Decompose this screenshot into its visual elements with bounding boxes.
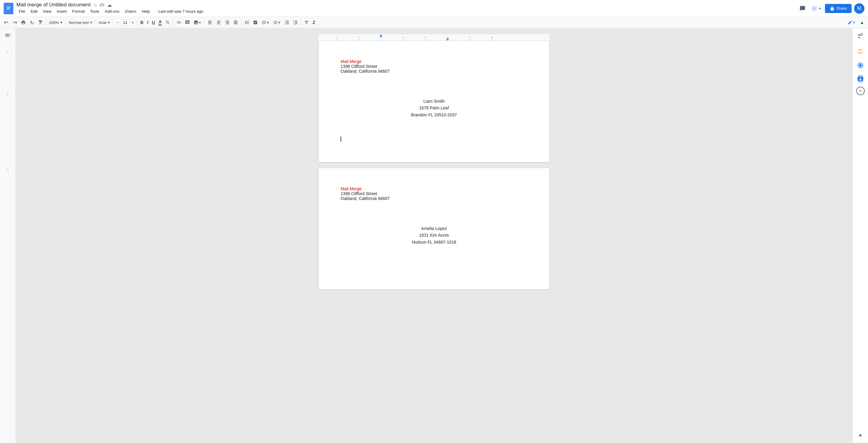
font-value: Arial (99, 20, 106, 25)
divider-4 (113, 19, 113, 26)
style-select[interactable]: Normal text ▼ (67, 20, 94, 26)
divider-9 (301, 19, 301, 26)
redo-button[interactable] (11, 19, 19, 26)
menu-format[interactable]: Format (70, 8, 87, 15)
align-center-button[interactable] (215, 19, 223, 26)
bullet-list-button[interactable]: ▼ (260, 19, 271, 26)
history-button[interactable]: ⟳ ▼ (810, 4, 823, 13)
zoom-value: 100% (49, 20, 59, 25)
indent-decrease-button[interactable] (283, 19, 291, 26)
underline-button[interactable]: U (150, 19, 156, 26)
font-chevron: ▼ (107, 21, 111, 24)
sender-name-1: Mail Merge (341, 59, 527, 64)
indent-increase-button[interactable] (291, 19, 299, 26)
recipient-name-1: Liam Smith (341, 98, 527, 105)
top-right: ⟳ ▼ Share M (797, 3, 864, 14)
font-size-area: − + (115, 19, 135, 26)
svg-text:6: 6 (447, 36, 448, 39)
checklist-button[interactable] (251, 19, 259, 26)
svg-text:8: 8 (491, 36, 493, 39)
align-left-button[interactable] (206, 19, 214, 26)
keep-icon[interactable] (855, 47, 866, 58)
avatar[interactable]: M (854, 3, 864, 14)
line-spacing-button[interactable] (243, 19, 251, 26)
style-chevron: ▼ (90, 21, 93, 24)
svg-rect-1 (7, 7, 10, 7)
font-size-decrease[interactable]: − (115, 19, 120, 26)
undo-button[interactable] (2, 19, 10, 26)
star-icon[interactable]: ☆ (93, 2, 97, 8)
comments-button[interactable] (797, 3, 808, 14)
svg-text:4: 4 (403, 36, 404, 39)
page-2[interactable]: Mail Merge 1398 Clifford Street Oakland,… (319, 168, 549, 289)
menu-zotero[interactable]: Zotero (123, 8, 139, 15)
font-size-increase[interactable]: + (130, 19, 135, 26)
cloud-icon[interactable]: ☁ (107, 2, 112, 8)
main-layout: 1 2 3 1 2 3 4 5 6 7 (0, 28, 868, 443)
sender-address1-1: 1398 Clifford Street (341, 64, 527, 69)
align-justify-button[interactable] (232, 19, 240, 26)
toolbar-collapse-button[interactable]: ▲ (858, 19, 866, 26)
recipient-address2-1: Brandon FL 33510-2037 (341, 111, 527, 118)
menu-tools[interactable]: Tools (88, 8, 102, 15)
menu-insert[interactable]: Insert (54, 8, 69, 15)
link-button[interactable] (175, 19, 183, 26)
font-size-input[interactable] (121, 20, 130, 26)
ruler-num-3: 3 (7, 167, 8, 173)
ruler-num-2: 2 (7, 92, 8, 98)
italic-button[interactable]: I (146, 19, 150, 26)
sender-name-2: Mail Merge (341, 186, 527, 191)
toolbar: 100% ▼ Normal text ▼ Arial ▼ − + B I U A… (0, 17, 868, 28)
menu-file[interactable]: File (17, 8, 28, 15)
recipient-block-2: Amelia Lopez 1831 Kim Acres Hudson FL 34… (341, 225, 527, 245)
spell-button[interactable]: Z (311, 19, 317, 26)
clear-format-button[interactable] (303, 19, 311, 26)
text-cursor-1 (341, 136, 341, 142)
paint-format-button[interactable] (36, 19, 44, 26)
tasks-icon[interactable] (855, 60, 866, 71)
image-button[interactable]: ▼ (192, 19, 203, 26)
zoom-select[interactable]: 100% ▼ (48, 20, 64, 26)
menu-edit[interactable]: Edit (28, 8, 40, 15)
add-apps-button[interactable]: + (856, 87, 865, 95)
highlight-button[interactable] (164, 19, 172, 26)
ruler: 1 2 3 4 5 6 7 8 (319, 34, 549, 41)
print-button[interactable] (20, 19, 27, 26)
menu-view[interactable]: View (40, 8, 54, 15)
doc-area[interactable]: 1 2 3 4 5 6 7 8 (16, 28, 852, 443)
svg-text:7: 7 (469, 36, 471, 39)
menu-bar: File Edit View Insert Format Tools Add-o… (17, 8, 794, 15)
align-right-button[interactable] (223, 19, 231, 26)
expand-button[interactable] (858, 433, 863, 441)
sender-address2-1: Oakland, California 94607 (341, 69, 527, 74)
contacts-icon[interactable] (855, 73, 866, 84)
folder-icon[interactable]: 🗁 (100, 2, 105, 8)
last-edit-text: Last edit was 7 hours ago (156, 8, 206, 15)
svg-text:⟳: ⟳ (813, 7, 815, 10)
bold-button[interactable]: B (139, 19, 145, 26)
page-1[interactable]: Mail Merge 1398 Clifford Street Oakland,… (319, 41, 549, 162)
recipient-address2-2: Hudson FL 34667-1018 (341, 239, 527, 245)
recipient-block-1: Liam Smith 1678 Palm Leaf Brandon FL 335… (341, 98, 527, 118)
menu-help[interactable]: Help (139, 8, 152, 15)
doc-title[interactable]: Mail merge of Untitled document (17, 2, 91, 8)
spell-check-button[interactable] (28, 19, 36, 26)
font-select[interactable]: Arial ▼ (97, 20, 112, 26)
divider-5 (137, 19, 137, 26)
menu-addons[interactable]: Add-ons (102, 8, 122, 15)
numbered-list-button[interactable]: ▼ (272, 19, 282, 26)
divider-6 (173, 19, 174, 26)
divider-2 (65, 19, 66, 26)
sender-block-2: Mail Merge 1398 Clifford Street Oakland,… (341, 186, 527, 201)
title-area: Mail merge of Untitled document ☆ 🗁 ☁ Fi… (17, 2, 794, 15)
svg-rect-2 (7, 8, 10, 8)
share-button[interactable]: Share (825, 4, 851, 13)
share-label: Share (836, 6, 847, 11)
doc-icon (4, 3, 13, 14)
smart-compose-icon[interactable] (855, 31, 866, 41)
sidebar-outline-icon[interactable] (5, 32, 11, 40)
comment-button[interactable] (184, 19, 191, 26)
edit-mode-button[interactable]: ▼ (846, 19, 857, 26)
chevron-down-icon: ▼ (818, 7, 821, 10)
text-color-button[interactable]: A (157, 18, 163, 27)
